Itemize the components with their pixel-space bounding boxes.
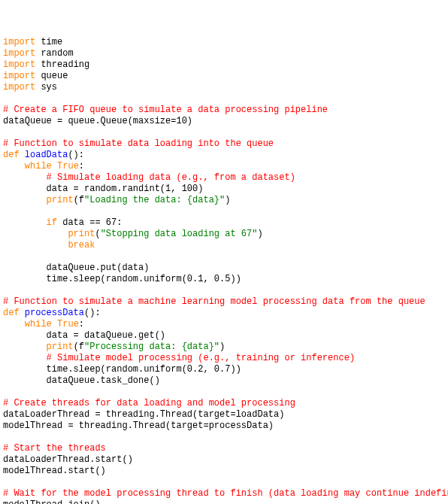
code-token: random	[35, 48, 73, 59]
code-token: import	[3, 37, 35, 47]
code-token: modelThread.join()	[3, 499, 101, 504]
code-token: import	[3, 48, 35, 59]
code-token: :	[79, 319, 84, 329]
code-token: (f	[74, 342, 84, 352]
code-token: print	[68, 229, 95, 239]
code-token: print	[47, 342, 74, 352]
code-token: )	[257, 229, 262, 239]
code-token: True	[57, 161, 79, 172]
code-token: modelThread.start()	[3, 466, 106, 476]
code-token: # Simulate loading data (e.g., from a da…	[47, 172, 295, 183]
code-token: def	[3, 150, 20, 160]
code-token	[3, 240, 68, 250]
code-token: ():	[68, 150, 84, 160]
code-token: True	[57, 319, 79, 329]
code-token	[3, 342, 47, 352]
code-token: if	[47, 217, 57, 228]
code-token: time	[35, 37, 62, 47]
code-token: (f	[74, 195, 84, 205]
code-token: data = dataQueue.get()	[3, 330, 165, 341]
code-token: import	[3, 71, 35, 81]
code-token: ():	[84, 308, 101, 318]
code-token: # Simulate model processing (e.g., train…	[47, 353, 355, 363]
code-token: (	[95, 229, 100, 239]
code-token: "Stopping data loading at 67"	[101, 229, 258, 239]
code-token: # Function to simulate a machine learnin…	[3, 296, 425, 307]
code-token: time.sleep(random.uniform(0.1, 0.5))	[3, 274, 241, 284]
code-token: # Create threads for data loading and mo…	[3, 398, 295, 408]
code-token: modelThread = threading.Thread(target=pr…	[3, 421, 274, 431]
code-token: time.sleep(random.uniform(0.2, 0.7))	[3, 364, 241, 375]
code-token: :	[79, 161, 84, 172]
code-token	[52, 161, 57, 172]
code-token: data = random.randint(1, 100)	[3, 184, 203, 194]
code-token: data == 67:	[57, 217, 122, 228]
code-token	[3, 353, 47, 363]
code-token: import	[3, 82, 35, 93]
code-token	[3, 195, 47, 205]
code-token	[3, 319, 25, 329]
code-token: loadData	[25, 150, 68, 160]
code-token: queue	[35, 71, 68, 81]
code-token	[3, 229, 68, 239]
code-token: # Wait for the model processing thread t…	[3, 488, 448, 499]
code-token: dataLoaderThread = threading.Thread(targ…	[3, 409, 284, 420]
code-token	[3, 161, 25, 172]
code-token: threading	[35, 59, 89, 70]
code-block: import time import random import threadi…	[3, 37, 448, 504]
code-token: break	[68, 240, 95, 250]
code-token: processData	[25, 308, 84, 318]
code-token: print	[47, 195, 74, 205]
code-token: dataLoaderThread.start()	[3, 454, 133, 465]
code-token: # Function to simulate data loading into…	[3, 138, 274, 149]
code-token	[20, 308, 25, 318]
code-token: )	[219, 342, 225, 352]
code-token: sys	[35, 82, 57, 93]
code-token: dataQueue.put(data)	[3, 263, 149, 273]
code-token	[3, 172, 47, 183]
code-token: )	[225, 195, 230, 205]
code-token: while	[25, 319, 52, 329]
code-token	[52, 319, 57, 329]
code-token: # Create a FIFO queue to simulate a data…	[3, 105, 328, 115]
code-token: def	[3, 308, 20, 318]
code-token	[3, 217, 47, 228]
code-token: while	[25, 161, 52, 172]
code-token: # Start the threads	[3, 443, 106, 454]
code-token: dataQueue.task_done()	[3, 375, 160, 386]
code-token	[20, 150, 25, 160]
code-token: dataQueue = queue.Queue(maxsize=10)	[3, 116, 192, 126]
code-token: "Processing data: {data}"	[84, 342, 219, 352]
code-token: "Loading the data: {data}"	[84, 195, 225, 205]
code-token: import	[3, 59, 35, 70]
